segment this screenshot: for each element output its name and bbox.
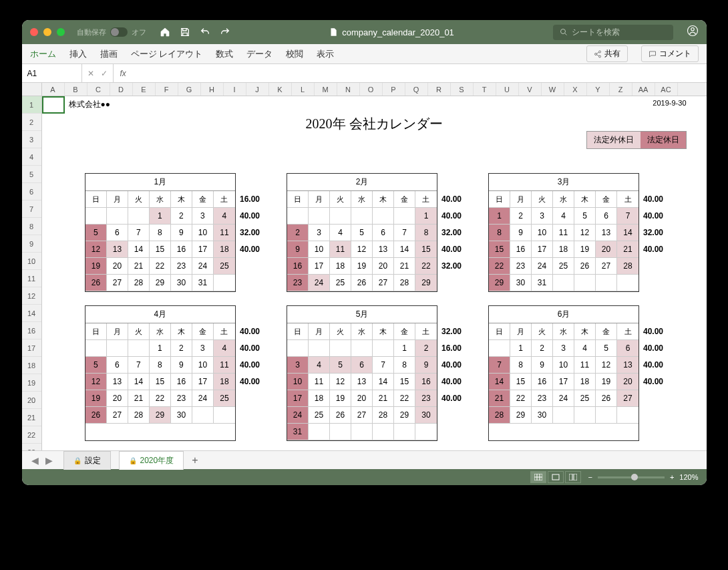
day-cell[interactable]: 18 [309, 390, 330, 407]
day-cell[interactable]: 7 [373, 357, 394, 374]
row-header[interactable]: 1 [22, 96, 41, 114]
day-cell[interactable]: 24 [287, 407, 309, 424]
day-cell[interactable]: 2 [415, 340, 437, 357]
day-cell[interactable]: 25 [309, 407, 330, 424]
col-header[interactable]: AC [655, 83, 678, 96]
day-cell[interactable] [107, 340, 128, 357]
day-cell[interactable]: 12 [85, 241, 107, 258]
day-cell[interactable]: 8 [150, 225, 171, 241]
ribbon-draw[interactable]: 描画 [100, 48, 118, 60]
day-cell[interactable]: 22 [394, 390, 415, 407]
day-cell[interactable]: 28 [128, 407, 150, 424]
col-header[interactable]: H [201, 83, 224, 96]
day-cell[interactable]: 4 [330, 225, 351, 241]
day-cell[interactable]: 7 [617, 208, 639, 225]
day-cell[interactable]: 1 [394, 340, 415, 357]
day-cell[interactable]: 12 [85, 374, 107, 390]
day-cell[interactable]: 3 [192, 208, 214, 225]
day-cell[interactable]: 19 [85, 390, 107, 407]
close-icon[interactable] [30, 28, 38, 36]
row-header[interactable]: 5 [22, 166, 41, 183]
autosave-toggle[interactable]: 自動保存 オフ [77, 27, 146, 37]
day-cell[interactable]: 11 [214, 225, 235, 241]
col-header[interactable]: Y [587, 83, 610, 96]
day-cell[interactable]: 5 [574, 208, 596, 225]
col-header[interactable]: M [315, 83, 337, 96]
day-cell[interactable]: 16 [510, 241, 532, 258]
day-cell[interactable]: 18 [214, 241, 235, 258]
day-cell[interactable]: 17 [309, 258, 330, 275]
col-header[interactable]: P [383, 83, 405, 96]
col-header[interactable]: C [87, 83, 110, 96]
redo-icon[interactable] [220, 27, 230, 37]
day-cell[interactable]: 31 [287, 424, 309, 440]
day-cell[interactable]: 17 [532, 241, 553, 258]
day-cell[interactable]: 24 [532, 258, 553, 275]
day-cell[interactable]: 21 [128, 258, 150, 275]
day-cell[interactable]: 7 [128, 225, 150, 241]
day-cell[interactable]: 23 [532, 390, 553, 407]
ribbon-layout[interactable]: ページ レイアウト [131, 48, 203, 60]
day-cell[interactable]: 30 [510, 275, 532, 291]
day-cell[interactable]: 1 [489, 208, 510, 225]
day-cell[interactable]: 25 [330, 275, 351, 291]
day-cell[interactable]: 4 [553, 208, 574, 225]
day-cell[interactable] [394, 424, 415, 440]
col-header[interactable]: D [110, 83, 133, 96]
day-cell[interactable]: 2 [532, 340, 553, 357]
day-cell[interactable] [373, 208, 394, 225]
day-cell[interactable]: 19 [351, 258, 373, 275]
col-header[interactable]: V [519, 83, 542, 96]
zoom-slider[interactable] [598, 476, 665, 478]
day-cell[interactable]: 27 [351, 407, 373, 424]
day-cell[interactable]: 27 [107, 275, 128, 291]
day-cell[interactable]: 3 [287, 357, 309, 374]
day-cell[interactable] [489, 340, 510, 357]
day-cell[interactable]: 15 [489, 241, 510, 258]
day-cell[interactable]: 26 [351, 275, 373, 291]
day-cell[interactable]: 1 [150, 208, 171, 225]
day-cell[interactable]: 26 [574, 258, 596, 275]
home-icon[interactable] [160, 27, 170, 37]
day-cell[interactable]: 21 [489, 390, 510, 407]
day-cell[interactable] [330, 424, 351, 440]
day-cell[interactable]: 10 [192, 357, 214, 374]
day-cell[interactable]: 9 [510, 225, 532, 241]
undo-icon[interactable] [200, 27, 210, 37]
day-cell[interactable]: 3 [309, 225, 330, 241]
toggle-off-icon[interactable] [110, 27, 128, 37]
row-header[interactable]: 12 [22, 287, 41, 305]
day-cell[interactable]: 13 [107, 374, 128, 390]
day-cell[interactable]: 16 [171, 374, 192, 390]
add-tab-button[interactable]: + [185, 454, 204, 466]
day-cell[interactable]: 4 [309, 357, 330, 374]
day-cell[interactable]: 18 [553, 241, 574, 258]
day-cell[interactable]: 26 [596, 390, 617, 407]
day-cell[interactable]: 23 [171, 258, 192, 275]
day-cell[interactable]: 14 [373, 374, 394, 390]
row-header[interactable]: 8 [22, 218, 41, 235]
day-cell[interactable] [394, 208, 415, 225]
day-cell[interactable]: 28 [128, 275, 150, 291]
day-cell[interactable]: 24 [192, 390, 214, 407]
day-cell[interactable]: 2 [171, 340, 192, 357]
day-cell[interactable] [192, 407, 214, 424]
day-cell[interactable] [107, 208, 128, 225]
day-cell[interactable] [373, 424, 394, 440]
row-header[interactable]: 11 [22, 270, 41, 287]
tab-next-icon[interactable]: ▶ [43, 455, 55, 466]
day-cell[interactable]: 15 [510, 374, 532, 390]
col-header[interactable]: Z [610, 83, 632, 96]
day-cell[interactable]: 8 [150, 357, 171, 374]
row-header[interactable]: 18 [22, 357, 41, 374]
day-cell[interactable]: 12 [351, 241, 373, 258]
day-cell[interactable]: 6 [596, 208, 617, 225]
day-cell[interactable]: 18 [330, 258, 351, 275]
share-button[interactable]: 共有 [586, 45, 628, 62]
col-header[interactable]: X [564, 83, 587, 96]
row-header[interactable]: 22 [22, 426, 41, 444]
day-cell[interactable]: 7 [489, 357, 510, 374]
row-header[interactable]: 17 [22, 339, 41, 357]
day-cell[interactable]: 26 [85, 275, 107, 291]
day-cell[interactable]: 15 [150, 241, 171, 258]
